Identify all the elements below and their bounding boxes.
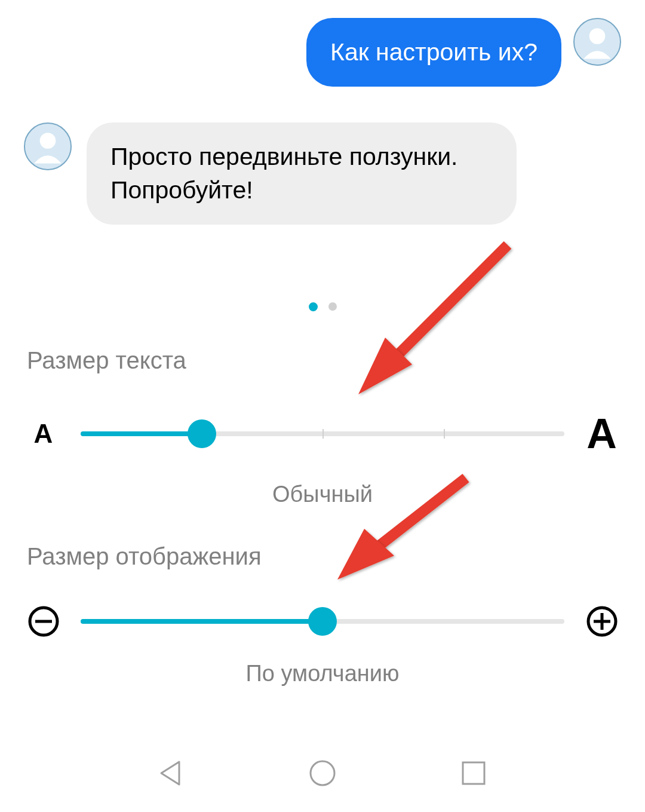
text-size-thumb[interactable] [188, 419, 216, 448]
nav-back-button[interactable] [155, 756, 188, 790]
svg-point-0 [589, 28, 606, 44]
display-size-caption: По умолчанию [27, 661, 618, 687]
chat-incoming-bubble: Просто передвиньте ползунки. Попробуйте! [87, 122, 517, 225]
nav-recents-button[interactable] [457, 756, 490, 790]
text-size-title: Размер текста [27, 347, 618, 374]
display-size-section: Размер отображения По умолчанию [0, 543, 645, 687]
nav-bar [0, 734, 645, 812]
text-size-section: Размер текста A A Обычный [0, 347, 645, 507]
chat-outgoing-row: Как настроить их? [0, 0, 645, 99]
chat-outgoing-bubble: Как настроить их? [306, 18, 561, 87]
avatar-incoming [24, 122, 72, 170]
display-size-slider[interactable] [81, 619, 564, 624]
svg-rect-13 [463, 762, 484, 784]
text-size-caption: Обычный [27, 482, 618, 507]
text-size-slider[interactable] [81, 431, 564, 436]
page-dot-0[interactable] [309, 302, 318, 311]
svg-point-1 [40, 133, 56, 149]
display-size-slider-row [27, 606, 618, 637]
minus-circle-icon[interactable] [27, 606, 60, 637]
display-size-thumb[interactable] [308, 607, 337, 636]
avatar-outgoing [573, 18, 621, 66]
chat-incoming-row: Просто передвиньте ползунки. Попробуйте! [0, 99, 645, 237]
svg-marker-11 [161, 762, 179, 785]
text-size-big-a-icon: A [585, 410, 618, 458]
nav-home-button[interactable] [306, 756, 339, 790]
svg-point-12 [311, 761, 334, 785]
page-indicator [0, 302, 645, 311]
plus-circle-icon[interactable] [585, 606, 618, 637]
text-size-small-a-icon: A [27, 419, 60, 449]
text-size-slider-row: A A [27, 410, 618, 458]
display-size-title: Размер отображения [27, 543, 618, 570]
page-dot-1[interactable] [328, 302, 337, 311]
